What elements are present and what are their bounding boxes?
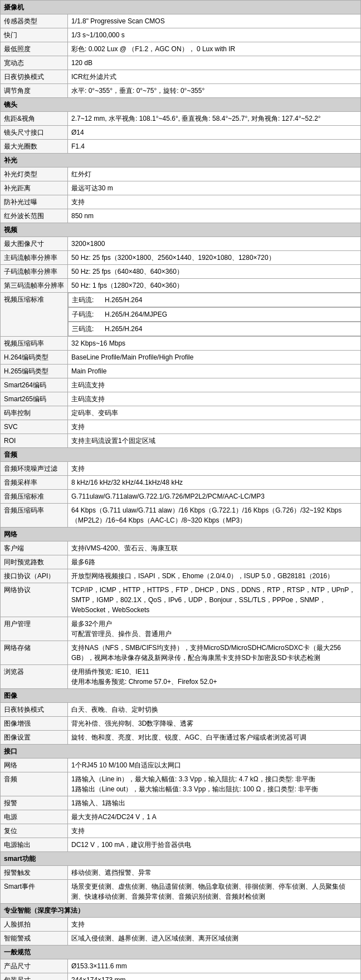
- table-row: 图像设置旋转、饱和度、亮度、对比度、锐度、AGC、白平衡通过客户端或者浏览器可调: [1, 731, 361, 745]
- table-row: 日夜转换模式白天、夜晚、自动、定时切换: [1, 703, 361, 717]
- table-row: SVC支持: [1, 420, 361, 434]
- table-row: 镜头尺寸接口Ø14: [1, 126, 361, 140]
- table-row: 接口协议（API）开放型网络视频接口，ISAPI，SDK，Ehome（2.0/4…: [1, 569, 361, 583]
- table-row: 报警1路输入、1路输出: [1, 796, 361, 810]
- spec-table: 摄像机传感器类型1/1.8" Progressive Scan CMOS快门1/…: [0, 0, 361, 980]
- table-row: 子码流帧率分辨率50 Hz: 25 fps（640×480、640×360）: [1, 265, 361, 279]
- table-row: 音频压缩标准G.711ulaw/G.711alaw/G.722.1/G.726/…: [1, 490, 361, 504]
- table-row: 最大光圈数F1.4: [1, 140, 361, 154]
- table-row: 补光距离最远可达30 m: [1, 181, 361, 195]
- table-row: 音频1路输入（Line in），最大输入幅值: 3.3 Vpp，输入阻抗: 4.…: [1, 772, 361, 796]
- table-row: 日夜切换模式ICR红外滤片式: [1, 70, 361, 84]
- table-row: 焦距&视角2.7~12 mm, 水平视角: 108.1°~45.6°, 垂直视角…: [1, 112, 361, 126]
- table-row: 同时预览路数最多6路: [1, 555, 361, 569]
- table-row: 人脸抓拍支持: [1, 918, 361, 932]
- table-row: 传感器类型1/1.8" Progressive Scan CMOS: [1, 14, 361, 28]
- section-header: 接口: [1, 745, 361, 759]
- table-row: 调节角度水平: 0°~355°，垂直: 0°~75°，旋转: 0°~355°: [1, 84, 361, 98]
- table-row: 电源输出DC12 V，100 mA，建议用于拾音器供电: [1, 838, 361, 852]
- table-row: 宽动态120 dB: [1, 56, 361, 70]
- table-row: ROI支持主码流设置1个固定区域: [1, 434, 361, 448]
- table-row: H.264编码类型BaseLine Profile/Main Profile/H…: [1, 351, 361, 365]
- table-row: 电源最大支持AC24/DC24 V，1 A: [1, 810, 361, 824]
- table-row: 用户管理最多32个用户可配置管理员、操作员、普通用户: [1, 617, 361, 641]
- table-row: 图像增强背光补偿、强光抑制、3D数字降噪、透雾: [1, 717, 361, 731]
- section-header: smart功能: [1, 852, 361, 866]
- section-header: 补光: [1, 154, 361, 168]
- table-row: 快门1/3 s~1/100,000 s: [1, 28, 361, 42]
- table-row: 第三码流帧率分辨率50 Hz: 1 fps（1280×720、640×360）: [1, 279, 361, 293]
- table-row: 网络存储支持NAS（NFS，SMB/CIFS均支持），支持MicroSD/Mic…: [1, 641, 361, 665]
- section-header: 音频: [1, 448, 361, 462]
- table-row: 主码流帧率分辨率50 Hz: 25 fps（3200×1800、2560×144…: [1, 251, 361, 265]
- table-row: Smart265编码主码流支持: [1, 392, 361, 406]
- table-row: 最低照度彩色: 0.002 Lux @ （F1.2，AGC ON）， 0 Lux…: [1, 42, 361, 56]
- table-row: 音频采样率8 kHz/16 kHz/32 kHz/44.1kHz/48 kHz: [1, 476, 361, 490]
- section-header: 图像: [1, 689, 361, 703]
- section-header: 网络: [1, 528, 361, 541]
- table-row: 产品尺寸Ø153.3×111.6 mm: [1, 959, 361, 973]
- table-row: 视频压缩标准主码流:H.265/H.264: [1, 293, 361, 308]
- table-row: 客户端支持iVMS-4200、萤石云、海康互联: [1, 541, 361, 555]
- table-row: 最大图像尺寸3200×1800: [1, 237, 361, 251]
- table-row: 音频环境噪声过滤支持: [1, 462, 361, 476]
- table-row: 视频压缩码率32 Kbps~16 Mbps: [1, 337, 361, 351]
- table-row: 浏览器使用插件预览: IE10、IE11使用本地服务预览: Chrome 57.…: [1, 665, 361, 689]
- table-row: 网络协议TCP/IP，ICMP，HTTP，HTTPS，FTP，DHCP，DNS，…: [1, 583, 361, 617]
- section-header: 摄像机: [1, 1, 361, 14]
- table-row: 包装尺寸244×174×173 mm: [1, 973, 361, 981]
- table-row: H.265编码类型Main Profile: [1, 365, 361, 378]
- table-row: 网络1个RJ45 10 M/100 M自适应以太网口: [1, 759, 361, 772]
- table-row: Smart264编码主码流支持: [1, 378, 361, 392]
- table-row: 码率控制定码率、变码率: [1, 406, 361, 420]
- table-row: 补光灯类型红外灯: [1, 168, 361, 181]
- table-row: 报警触发移动侦测、遮挡报警、异常: [1, 866, 361, 880]
- table-row: Smart事件场景变更侦测、虚焦侦测、物品遗留侦测、物品拿取侦测、徘徊侦测、停车…: [1, 880, 361, 904]
- table-row: 红外波长范围850 nm: [1, 209, 361, 223]
- section-header: 一般规范: [1, 945, 361, 959]
- section-header: 视频: [1, 223, 361, 237]
- table-row: 智能警戒区域入侵侦测、越界侦测、进入区域侦测、离开区域侦测: [1, 932, 361, 945]
- section-header: 镜头: [1, 98, 361, 112]
- table-row: 音频压缩码率64 Kbps（G.711 ulaw/G.711 alaw）/16 …: [1, 504, 361, 528]
- section-header: 专业智能（深度学习算法）: [1, 904, 361, 918]
- table-row: 复位支持: [1, 824, 361, 838]
- table-row: 防补光过曝支持: [1, 195, 361, 209]
